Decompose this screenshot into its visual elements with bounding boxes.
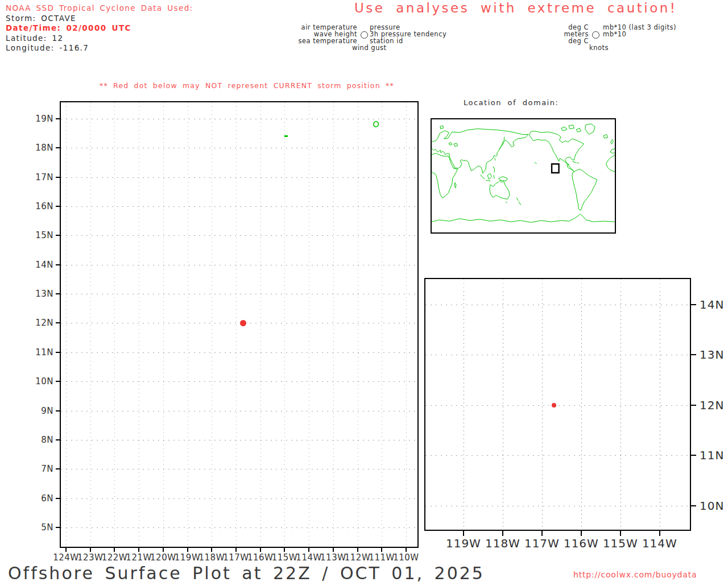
- coastline-north-america: [530, 131, 584, 172]
- gridline-vertical: [188, 102, 188, 547]
- y-axis-tick-label: 12N: [700, 398, 724, 412]
- y-axis-tick-label: 5N: [41, 522, 53, 533]
- y-axis-tick-label: 11N: [35, 347, 53, 357]
- gridline-horizontal: [425, 506, 690, 506]
- station-model-circle-icon: [361, 31, 368, 39]
- y-axis-tick: [691, 304, 696, 305]
- y-axis-tick-label: 14N: [700, 298, 724, 311]
- coastline-eurasia: [432, 129, 528, 173]
- y-axis-tick: [56, 439, 60, 440]
- gridline-horizontal: [61, 381, 417, 382]
- main-plot: 124W123W122W121W120W119W118W117W116W115W…: [60, 101, 419, 548]
- y-axis-tick: [56, 264, 60, 265]
- x-axis-tick: [541, 531, 543, 536]
- legend-wind-gust: wind gust: [352, 44, 386, 51]
- x-axis-tick-label: 115W: [603, 537, 638, 550]
- gridline-vertical: [284, 102, 285, 547]
- y-axis-tick-label: 8N: [41, 435, 53, 445]
- x-axis-tick-label: 124W: [53, 552, 78, 563]
- x-axis-tick-label: 121W: [126, 552, 151, 563]
- units-legend-left-column: deg C meters deg C: [546, 24, 589, 45]
- x-axis-tick: [620, 531, 621, 536]
- x-axis-tick-label: 122W: [102, 552, 127, 563]
- x-axis-tick: [235, 548, 237, 552]
- y-axis-tick-label: 7N: [41, 464, 53, 474]
- units-model-circle-icon: [592, 31, 599, 39]
- caution-headline: Use analyses with extreme caution!: [354, 1, 677, 15]
- unit-mb10: mb*10: [603, 31, 722, 38]
- gridline-vertical: [333, 102, 334, 547]
- gridline-vertical: [542, 279, 543, 530]
- gridline-vertical: [90, 102, 91, 547]
- y-axis-tick: [56, 410, 60, 411]
- unit-deg-c-sea: deg C: [546, 38, 589, 44]
- x-axis-tick: [581, 531, 582, 536]
- gridline-vertical: [464, 279, 464, 530]
- gridline-vertical: [260, 102, 261, 547]
- coastline-antarctica: [432, 214, 615, 222]
- x-axis-tick-label: 114W: [642, 537, 677, 550]
- x-axis-tick-label: 118W: [485, 537, 520, 550]
- y-axis-tick: [56, 352, 60, 353]
- y-axis-tick-label: 11N: [700, 448, 724, 462]
- y-axis-tick-label: 15N: [35, 230, 53, 240]
- gridline-horizontal: [61, 469, 417, 469]
- x-axis-tick: [463, 531, 464, 536]
- y-axis-tick: [56, 381, 60, 382]
- x-axis-tick: [260, 548, 261, 552]
- unit-knots: knots: [589, 44, 609, 51]
- data-source-line: NOAA SSD Tropical Cyclone Data Used:: [6, 3, 193, 14]
- y-axis-tick: [691, 455, 696, 456]
- gridline-vertical: [66, 102, 67, 547]
- x-axis-tick-label: 119W: [175, 552, 200, 563]
- gridline-horizontal: [61, 440, 417, 440]
- coastline-greenland: [585, 124, 595, 135]
- x-axis-tick: [114, 548, 115, 552]
- gridline-vertical: [358, 102, 358, 547]
- x-axis-tick-label: 117W: [223, 552, 249, 563]
- gridline-horizontal: [61, 235, 417, 236]
- gridline-horizontal: [61, 527, 417, 528]
- x-axis-tick: [659, 531, 660, 536]
- gridline-horizontal: [61, 294, 417, 294]
- page-title: Offshore Surface Plot at 22Z / OCT 01, 2…: [8, 563, 485, 582]
- x-axis-tick: [138, 548, 139, 552]
- gridline-horizontal: [425, 355, 690, 355]
- legend-sea-temperature: sea temperature: [256, 38, 357, 44]
- y-axis-tick-label: 6N: [41, 493, 53, 504]
- y-axis-tick: [56, 468, 60, 469]
- world-map-svg: [432, 119, 615, 232]
- x-axis-tick-label: 113W: [320, 552, 346, 563]
- y-axis-tick-label: 18N: [35, 143, 53, 153]
- y-axis-tick-label: 19N: [35, 114, 53, 124]
- x-axis-tick-label: 115W: [272, 552, 297, 563]
- y-axis-tick-label: 13N: [700, 348, 724, 361]
- coastline-africa: [432, 153, 458, 198]
- source-url-link[interactable]: http://coolwx.com/buoydata: [573, 570, 697, 579]
- x-axis-tick-label: 110W: [393, 552, 419, 563]
- x-axis-tick: [211, 548, 212, 552]
- gridline-vertical: [503, 279, 503, 530]
- buoy-plot-page: NOAA SSD Tropical Cyclone Data Used: Sto…: [0, 0, 728, 582]
- coastline-islands: [440, 125, 615, 205]
- world-map-inset: [431, 118, 616, 234]
- x-axis-tick: [163, 548, 164, 552]
- gridline-horizontal: [61, 119, 417, 119]
- x-axis-tick: [502, 531, 503, 536]
- gridline-vertical: [621, 279, 621, 530]
- y-axis-tick: [56, 118, 60, 119]
- y-axis-tick-label: 16N: [35, 201, 53, 211]
- legend-station-id: station id: [370, 38, 495, 44]
- coastline-australia: [490, 180, 510, 199]
- x-axis-tick-label: 116W: [564, 537, 599, 550]
- storm-position-dot: [240, 320, 246, 326]
- x-axis-tick: [381, 548, 382, 552]
- y-axis-tick-label: 17N: [35, 172, 53, 182]
- gridline-horizontal: [61, 352, 417, 353]
- x-axis-tick-label: 116W: [247, 552, 273, 563]
- gridline-vertical: [406, 102, 407, 547]
- storm-position-dot: [552, 403, 556, 408]
- gridline-vertical: [163, 102, 164, 547]
- y-axis-tick: [691, 405, 696, 406]
- gridline-horizontal: [425, 305, 690, 305]
